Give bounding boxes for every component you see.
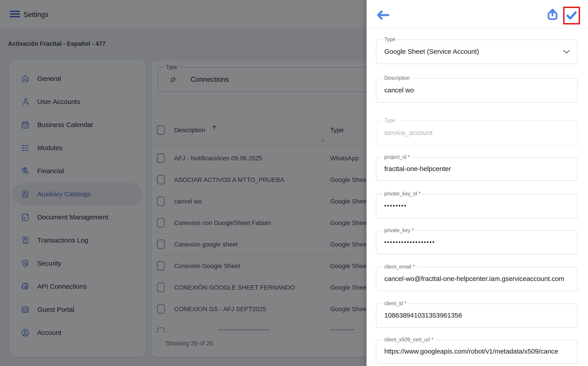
field-label: Type	[382, 36, 397, 42]
field-value: service_account	[384, 129, 560, 137]
field-description[interactable]: Description cancel wo	[376, 78, 578, 103]
field-label: private_key_id *	[382, 191, 423, 197]
field-label: Type	[382, 117, 397, 123]
settings-page: Settings Activación Fracttal - Español -…	[0, 0, 588, 366]
field-value: ••••••••	[384, 203, 560, 209]
field-label: project_id *	[382, 154, 412, 160]
field-value: 108638941031353961356	[384, 312, 560, 319]
field-client-email[interactable]: client_email * cancel-wo@fracttal-one-he…	[376, 267, 578, 291]
field-value: ••••••••••••••••••	[384, 239, 560, 245]
field-label: client_x509_cert_url *	[382, 337, 435, 343]
field-type-select[interactable]: Type Google Sheet (Service Account)	[376, 39, 578, 64]
field-label: Description	[382, 75, 412, 81]
drawer-header	[367, 0, 588, 28]
field-type-readonly: Type service_account	[376, 121, 578, 145]
back-button[interactable]	[377, 10, 389, 20]
share-button[interactable]	[547, 8, 558, 21]
field-project-id[interactable]: project_id * fracttal-one-helpcenter	[376, 157, 578, 181]
share-icon	[547, 18, 558, 22]
field-label: client_id *	[382, 300, 409, 306]
annotation-highlight-box	[563, 7, 580, 24]
connection-detail-drawer: Type Google Sheet (Service Account) Desc…	[367, 0, 588, 366]
field-value: fracttal-one-helpcenter	[384, 165, 560, 173]
field-value: cancel-wo@fracttal-one-helpcenter.iam.gs…	[384, 275, 573, 282]
save-button[interactable]	[566, 11, 577, 20]
field-label: private_key *	[382, 227, 416, 233]
back-arrow-icon	[377, 17, 389, 21]
field-value: Google Sheet (Service Account)	[384, 48, 560, 55]
check-icon	[566, 16, 577, 20]
field-value: cancel wo	[384, 86, 560, 94]
field-client-x509-cert-url[interactable]: client_x509_cert_url * https://www.googl…	[376, 340, 578, 363]
modal-scrim[interactable]	[0, 0, 367, 366]
field-client-id[interactable]: client_id * 108638941031353961356	[376, 304, 578, 328]
field-label: client_email *	[382, 264, 417, 270]
chevron-down-icon[interactable]	[563, 49, 570, 54]
field-private-key[interactable]: private_key * ••••••••••••••••••	[376, 230, 578, 254]
field-value: https://www.googleapis.com/robot/v1/meta…	[384, 348, 573, 355]
field-private-key-id[interactable]: private_key_id * ••••••••	[376, 194, 578, 218]
